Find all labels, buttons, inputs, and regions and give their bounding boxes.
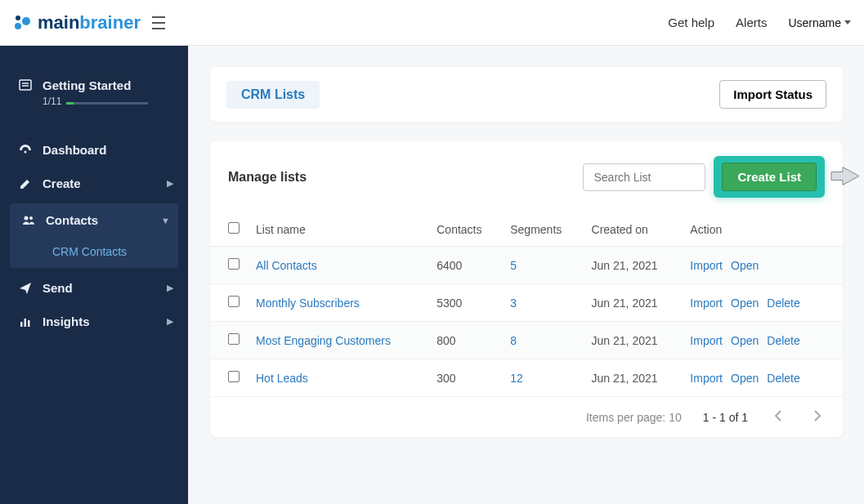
segments-link[interactable]: 5: [510, 259, 517, 272]
search-list-input[interactable]: [583, 163, 705, 191]
cell-created: Jun 21, 2021: [584, 284, 683, 322]
sidebar-subitem-crm-contacts[interactable]: CRM Contacts: [10, 237, 178, 268]
select-all-checkbox[interactable]: [228, 222, 240, 234]
chart-icon: [15, 315, 36, 328]
user-menu[interactable]: Username: [788, 16, 851, 29]
action-import-link[interactable]: Import: [690, 372, 723, 385]
crm-lists-tab[interactable]: CRM Lists: [226, 81, 320, 109]
contacts-label: Contacts: [46, 213, 161, 227]
svg-rect-3: [20, 80, 31, 90]
items-per-page-label: Items per page: 10: [586, 411, 682, 424]
logo-dots-icon: [13, 13, 33, 33]
row-checkbox[interactable]: [228, 333, 240, 345]
send-icon: [15, 282, 36, 295]
svg-point-0: [16, 16, 20, 20]
row-checkbox[interactable]: [228, 371, 240, 382]
sidebar-item-dashboard[interactable]: Dashboard: [0, 133, 188, 167]
next-page-button[interactable]: [808, 408, 826, 426]
insights-label: Insights: [43, 314, 167, 328]
cell-contacts: 300: [428, 359, 502, 397]
username-label: Username: [788, 16, 841, 29]
chevron-right-icon: ▶: [167, 316, 173, 327]
cell-created: Jun 21, 2021: [584, 247, 683, 284]
segments-link[interactable]: 8: [510, 334, 517, 347]
create-list-highlight: Create List: [714, 156, 825, 198]
list-name-link[interactable]: Monthly Subscribers: [256, 297, 360, 310]
manage-lists-card: Manage lists Create List List name Conta…: [210, 141, 843, 437]
th-list-name: List name: [248, 212, 428, 247]
chevron-right-icon: ▶: [167, 283, 173, 293]
segments-link[interactable]: 3: [510, 297, 517, 310]
action-delete-link[interactable]: Delete: [767, 334, 799, 347]
th-action: Action: [682, 212, 843, 247]
brand-brainer: brainer: [79, 12, 141, 33]
sidebar-item-insights[interactable]: Insights ▶: [0, 305, 188, 338]
table-row: Monthly Subscribers 5300 3 Jun 21, 2021 …: [210, 284, 843, 322]
list-name-link[interactable]: All Contacts: [256, 259, 317, 272]
create-label: Create: [43, 176, 167, 190]
sidebar-item-contacts[interactable]: Contacts ▼: [10, 203, 178, 237]
lists-table: List name Contacts Segments Created on A…: [210, 212, 843, 397]
cell-actions: ImportOpenDelete: [682, 284, 843, 322]
import-status-button[interactable]: Import Status: [719, 80, 826, 109]
list-icon: [15, 78, 36, 91]
alerts-link[interactable]: Alerts: [736, 16, 767, 29]
dashboard-icon: [15, 144, 36, 157]
action-open-link[interactable]: Open: [731, 297, 759, 310]
svg-point-7: [25, 216, 29, 220]
getting-started-progress-text: 1/11: [43, 96, 61, 107]
action-delete-link[interactable]: Delete: [767, 372, 799, 385]
pagination-range: 1 - 1 of 1: [703, 411, 748, 424]
segments-link[interactable]: 12: [510, 372, 523, 385]
getting-started-label: Getting Started: [43, 78, 173, 92]
svg-rect-11: [28, 320, 30, 327]
sidebar-item-send[interactable]: Send ▶: [0, 271, 188, 305]
cell-created: Jun 21, 2021: [584, 359, 683, 397]
action-open-link[interactable]: Open: [731, 334, 759, 347]
table-row: All Contacts 6400 5 Jun 21, 2021 ImportO…: [210, 247, 843, 284]
menu-toggle-icon[interactable]: [152, 16, 168, 29]
th-segments: Segments: [502, 212, 583, 247]
cell-actions: ImportOpen: [682, 247, 843, 284]
th-created: Created on: [584, 212, 683, 247]
get-help-link[interactable]: Get help: [668, 16, 714, 29]
pointer-arrow-icon: [828, 163, 861, 190]
main-content: CRM Lists Import Status Manage lists Cre…: [188, 46, 864, 504]
table-row: Most Engaging Customers 800 8 Jun 21, 20…: [210, 322, 843, 359]
svg-point-2: [15, 23, 21, 29]
action-import-link[interactable]: Import: [690, 297, 723, 310]
cell-contacts: 800: [428, 322, 502, 359]
list-name-link[interactable]: Most Engaging Customers: [256, 334, 391, 347]
svg-point-6: [25, 150, 27, 153]
cell-actions: ImportOpenDelete: [682, 322, 843, 359]
action-import-link[interactable]: Import: [690, 334, 723, 347]
svg-point-8: [29, 216, 33, 220]
header-card: CRM Lists Import Status: [210, 67, 843, 122]
manage-lists-title: Manage lists: [228, 170, 307, 185]
chevron-right-icon: ▶: [167, 178, 173, 189]
top-bar: mainbrainer Get help Alerts Username: [0, 0, 864, 46]
svg-point-1: [22, 17, 30, 25]
row-checkbox[interactable]: [228, 296, 240, 307]
action-import-link[interactable]: Import: [690, 259, 723, 272]
sidebar-item-getting-started[interactable]: Getting Started 1/11: [0, 69, 188, 117]
sidebar-item-create[interactable]: Create ▶: [0, 167, 188, 200]
getting-started-progress-bar: [66, 102, 148, 105]
cell-actions: ImportOpenDelete: [682, 359, 843, 397]
action-delete-link[interactable]: Delete: [767, 297, 799, 310]
pencil-icon: [15, 177, 36, 190]
prev-page-button[interactable]: [769, 408, 787, 426]
caret-down-icon: [844, 20, 851, 25]
cell-created: Jun 21, 2021: [584, 322, 683, 359]
cell-contacts: 5300: [428, 284, 502, 322]
table-row: Hot Leads 300 12 Jun 21, 2021 ImportOpen…: [210, 359, 843, 397]
action-open-link[interactable]: Open: [731, 259, 759, 272]
dashboard-label: Dashboard: [43, 143, 173, 157]
create-list-button[interactable]: Create List: [722, 163, 817, 191]
chevron-down-icon: ▼: [161, 216, 170, 225]
brand-logo[interactable]: mainbrainer: [13, 12, 141, 33]
row-checkbox[interactable]: [228, 258, 240, 270]
users-icon: [18, 214, 39, 227]
list-name-link[interactable]: Hot Leads: [256, 372, 308, 385]
action-open-link[interactable]: Open: [731, 372, 759, 385]
